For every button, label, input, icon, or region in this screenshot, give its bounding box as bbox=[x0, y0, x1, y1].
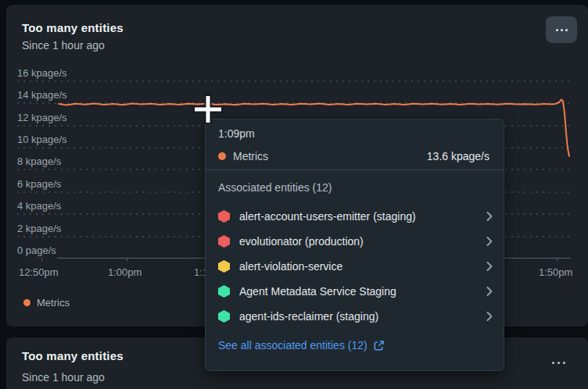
chevron-right-icon bbox=[486, 287, 493, 296]
series-color-dot bbox=[218, 152, 226, 160]
chevron-right-icon bbox=[486, 262, 493, 271]
x-axis-label: 1:00pm bbox=[108, 266, 142, 278]
chevron-right-icon bbox=[486, 312, 493, 321]
entity-name: Agent Metadata Service Staging bbox=[239, 285, 396, 298]
y-axis-label: 4 kpage/s bbox=[17, 200, 61, 212]
entity-row[interactable]: alert-violation-service bbox=[218, 254, 493, 279]
bottom-chart-subtitle: Since 1 hour ago bbox=[22, 371, 105, 384]
legend-label: Metrics bbox=[37, 297, 70, 309]
chevron-right-icon bbox=[486, 237, 493, 246]
tooltip-timestamp: 1:09pm bbox=[218, 127, 255, 140]
chart-legend[interactable]: Metrics bbox=[23, 297, 70, 309]
x-axis-tick bbox=[41, 258, 42, 261]
dashboard-viewport: Too many entities Since 1 hour ago 16 kp… bbox=[0, 0, 588, 389]
see-all-entities-link[interactable]: See all associated entities (12) bbox=[218, 339, 385, 352]
entity-name: evolutionator (production) bbox=[239, 235, 364, 248]
bottom-chart-title: Too many entities bbox=[22, 349, 124, 362]
chart-menu-button[interactable] bbox=[546, 16, 577, 43]
tooltip-series-row: Metrics 13.6 kpage/s bbox=[218, 148, 489, 165]
y-axis-label: 2 kpage/s bbox=[17, 223, 61, 234]
ellipsis-icon bbox=[552, 362, 565, 364]
chart-hover-tooltip: 1:09pm Metrics 13.6 kpage/s Associated e… bbox=[205, 119, 504, 371]
x-axis-label: 12:50pm bbox=[19, 266, 59, 278]
y-axis-label: 8 kpage/s bbox=[17, 155, 61, 167]
ellipsis-icon bbox=[556, 29, 568, 31]
associated-entities-heading: Associated entities (12) bbox=[218, 181, 332, 194]
chart-subtitle: Since 1 hour ago bbox=[22, 39, 105, 52]
legend-color-dot bbox=[23, 299, 30, 306]
x-axis-label: 1:50pm bbox=[539, 266, 572, 278]
bottom-chart-menu-button[interactable] bbox=[552, 358, 565, 367]
entity-name: alert-violation-service bbox=[239, 260, 342, 273]
entity-name: alert-account-users-emitter (staging) bbox=[239, 210, 416, 223]
tooltip-series-value: 13.6 kpage/s bbox=[427, 150, 489, 162]
tooltip-divider bbox=[206, 170, 504, 170]
entity-row[interactable]: agent-ids-reclaimer (staging) bbox=[218, 304, 493, 329]
external-link-icon bbox=[373, 340, 385, 352]
x-axis-tick bbox=[127, 258, 127, 261]
associated-entities-list: alert-account-users-emitter (staging) ev… bbox=[218, 204, 493, 329]
tooltip-series-label: Metrics bbox=[233, 150, 268, 162]
entity-status-hexagon-icon bbox=[218, 210, 230, 223]
x-axis-tick bbox=[557, 258, 558, 261]
entity-row[interactable]: evolutionator (production) bbox=[218, 229, 493, 254]
y-axis-label: 16 kpage/s bbox=[17, 67, 67, 79]
entity-row[interactable]: Agent Metadata Service Staging bbox=[218, 279, 493, 304]
entity-status-hexagon-icon bbox=[218, 285, 230, 298]
y-axis-label: 0 page/s bbox=[17, 244, 56, 256]
chart-title: Too many entities bbox=[22, 21, 124, 34]
entity-row[interactable]: alert-account-users-emitter (staging) bbox=[218, 204, 493, 229]
entity-status-hexagon-icon bbox=[218, 235, 230, 248]
chevron-right-icon bbox=[486, 212, 493, 221]
see-all-entities-label: See all associated entities (12) bbox=[218, 339, 368, 352]
y-axis-label: 6 kpage/s bbox=[17, 178, 61, 190]
entity-status-hexagon-icon bbox=[218, 260, 230, 273]
entity-status-hexagon-icon bbox=[218, 310, 230, 323]
entity-name: agent-ids-reclaimer (staging) bbox=[239, 310, 378, 323]
